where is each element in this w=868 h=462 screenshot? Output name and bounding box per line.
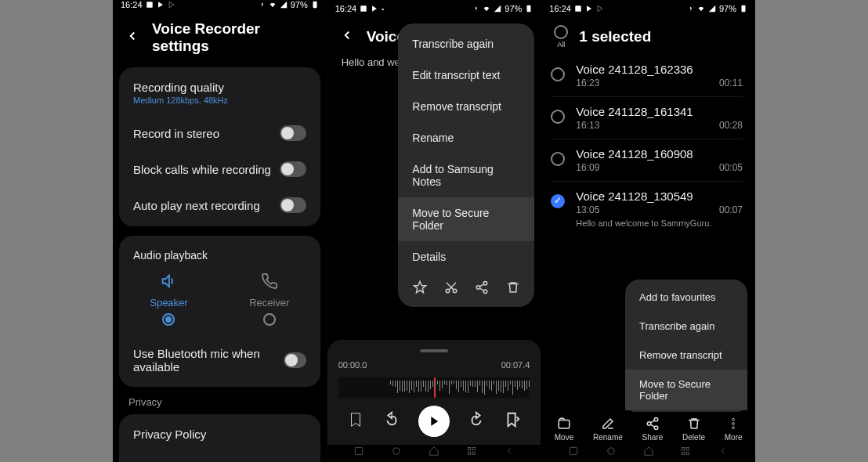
settings-screen: 16:24 97% Voice Recorder settings Record… [113,0,327,462]
status-time: 16:24 [549,4,571,13]
nav-recents-icon[interactable] [568,446,579,460]
menu-rename[interactable]: Rename [398,122,534,153]
nav-home-icon[interactable] [643,446,654,460]
drag-handle[interactable] [420,349,448,352]
recording-quality-row[interactable]: Recording quality Medium 128kbps, 48kHz [119,70,320,115]
more-button[interactable]: More [725,417,743,442]
recording-item[interactable]: Voice 241128_161341 16:1300:28 [551,97,743,139]
recording-time: 16:23 [576,78,599,88]
more-dot: • [382,5,384,13]
nav-camera-icon[interactable] [606,446,617,460]
page-title: Voice Recorder settings [152,20,314,55]
speaker-option[interactable]: Speaker [150,273,187,326]
block-calls-toggle[interactable] [280,161,306,177]
svg-rect-22 [742,5,746,12]
speaker-icon [160,273,177,292]
svg-rect-18 [472,447,476,450]
nav-recents-icon[interactable] [353,446,364,460]
battery-icon [740,5,747,13]
svg-rect-0 [146,2,153,8]
move-button[interactable]: Move [555,417,573,442]
privacy-policy-row[interactable]: Privacy Policy [119,417,320,451]
delete-icon[interactable] [506,280,520,298]
recording-item[interactable]: Voice 241128_130549 13:0500:07 Hello and… [551,182,743,236]
save-bookmark-button[interactable] [504,411,521,431]
svg-rect-8 [360,5,367,12]
svg-rect-23 [559,420,570,429]
menu-move-secure-folder[interactable]: Move to Secure Folder [625,370,747,410]
menu-remove-transcript[interactable]: Remove transcript [625,341,747,370]
recording-time: 16:09 [576,162,599,173]
nav-home-icon[interactable] [429,446,439,460]
record-stereo-toggle[interactable] [280,125,306,141]
delete-button[interactable]: Delete [682,417,705,442]
menu-details[interactable]: Details [398,241,534,273]
use-bt-row[interactable]: Use Bluetooth mic when available [119,337,320,384]
select-all-checkbox[interactable]: All [554,25,568,49]
context-menu: Add to favourites Transcribe again Remov… [625,280,747,413]
forward-button[interactable] [468,411,485,431]
recording-item[interactable]: Voice 241128_162336 16:2300:11 [551,55,743,97]
favourite-icon[interactable] [413,280,427,298]
auto-play-row[interactable]: Auto play next recording [119,187,320,223]
svg-rect-33 [687,447,690,450]
nav-camera-icon[interactable] [391,446,402,460]
svg-point-31 [608,448,614,454]
speaker-radio[interactable] [162,313,175,326]
recording-item[interactable]: Voice 241128_160908 16:0900:05 [551,139,743,182]
nav-apps-icon[interactable] [680,446,691,460]
nav-back-icon[interactable] [504,446,515,460]
back-button[interactable] [125,29,139,46]
rewind-button[interactable] [383,411,400,431]
play-icon [168,1,175,9]
nav-apps-icon[interactable] [466,446,477,460]
signal-icon [280,1,288,9]
menu-add-to-notes[interactable]: Add to Samsung Notes [398,153,534,197]
nav-back-icon[interactable] [718,446,729,460]
svg-point-26 [654,426,658,430]
selection-count: 1 selected [579,28,651,45]
auto-play-toggle[interactable] [280,197,306,213]
receiver-option[interactable]: Receiver [249,273,289,326]
status-bar: 16:24 97% [113,0,327,9]
play-button[interactable] [418,406,450,437]
menu-add-favourites[interactable]: Add to favourites [625,283,747,312]
share-icon[interactable] [475,280,489,298]
waveform[interactable] [338,377,530,398]
svg-rect-19 [468,452,471,455]
svg-point-24 [654,418,658,422]
battery-pct: 97% [719,4,736,13]
recording-checkbox[interactable] [551,194,565,208]
play-icon [585,5,593,13]
vibrate-icon [686,5,694,13]
receiver-radio[interactable] [263,313,276,326]
bookmark-button[interactable] [347,411,364,431]
back-button[interactable] [340,28,354,45]
svg-point-29 [732,427,735,429]
block-calls-row[interactable]: Block calls while recording [119,151,320,187]
svg-rect-17 [468,447,471,450]
recording-quality-label: Recording quality [133,81,228,94]
menu-remove-transcript[interactable]: Remove transcript [398,91,534,122]
signal-icon [494,5,501,13]
status-time: 16:24 [121,0,143,9]
recording-duration: 00:05 [719,162,743,173]
recording-checkbox[interactable] [551,67,565,81]
menu-transcribe-again[interactable]: Transcribe again [625,312,747,341]
recording-checkbox[interactable] [551,110,565,124]
nav-bar [327,445,541,462]
svg-rect-32 [682,447,685,450]
recording-duration: 00:11 [719,78,743,88]
recording-checkbox[interactable] [551,152,565,166]
trim-icon[interactable] [444,280,458,298]
share-button[interactable]: Share [642,417,664,442]
record-stereo-row[interactable]: Record in stereo [119,115,320,151]
permissions-row[interactable]: Permissions [119,451,320,462]
menu-transcribe-again[interactable]: Transcribe again [398,28,534,60]
svg-rect-30 [570,447,577,454]
use-bt-toggle[interactable] [284,352,306,368]
menu-edit-transcript[interactable]: Edit transcript text [398,60,534,91]
rename-button[interactable]: Rename [593,417,623,442]
image-icon [360,5,367,13]
menu-move-secure-folder[interactable]: Move to Secure Folder [398,197,534,241]
